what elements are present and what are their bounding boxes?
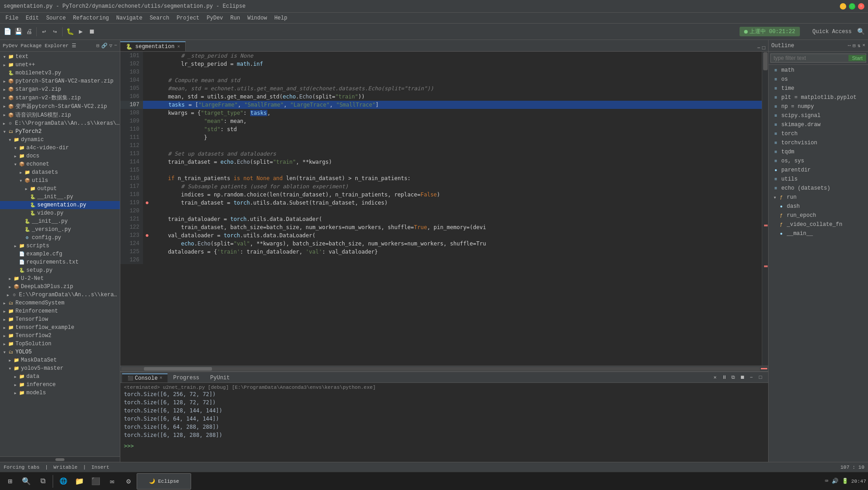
editor-maximize-btn[interactable]: □: [762, 45, 765, 51]
menu-help[interactable]: Help: [271, 14, 291, 22]
toolbar-debug-btn[interactable]: 🐛: [64, 26, 75, 37]
tree-item-segmentation[interactable]: 🐍 segmentation.py: [0, 201, 120, 209]
tree-item-starganv2[interactable]: ▶ 📦 stargan-v2.zip: [0, 85, 120, 93]
tree-item-models[interactable]: ▶ 📁 models: [0, 389, 120, 397]
taskbar-terminal-btn[interactable]: ⬛: [88, 473, 104, 490]
tree-item-config[interactable]: ⚙ config.py: [0, 234, 120, 242]
tree-item-scripts[interactable]: ▶ 📁 scripts: [0, 242, 120, 250]
tree-item-sys-pytorch[interactable]: ▶ ⚙ E:\\ProgramData\\An...s\\keras\\pyth…: [0, 291, 120, 299]
minimize-panel-btn[interactable]: −: [114, 43, 117, 49]
taskbar-mail-btn[interactable]: ✉: [104, 473, 120, 490]
tree-item-stargan-data[interactable]: ▶ 📦 stargan-v2-数据集.zip: [0, 93, 120, 102]
taskbar-task-view-btn[interactable]: ⧉: [35, 473, 51, 490]
tree-item-tensorflow[interactable]: ▶ 📁 Tensorflow: [0, 315, 120, 323]
toolbar-search-btn[interactable]: 🔍: [855, 26, 866, 37]
tree-item-output[interactable]: ▶ 📁 output: [0, 185, 120, 193]
panel-menu-btn[interactable]: ▽: [109, 43, 113, 49]
console-stop-btn[interactable]: ⏹: [738, 373, 746, 382]
console-tab-close[interactable]: ×: [159, 376, 162, 381]
menu-edit[interactable]: Edit: [22, 14, 43, 22]
menu-file[interactable]: File: [2, 14, 22, 22]
outline-collapse-btn[interactable]: ⊟: [853, 43, 856, 49]
tree-item-init-echonet[interactable]: 🐍 __init__.py: [0, 217, 120, 225]
tree-item-setup[interactable]: 🐍 setup.py: [0, 266, 120, 274]
tree-item-tf2[interactable]: ▶ 📁 Tensorflow2: [0, 332, 120, 340]
vscroll-thumb[interactable]: [763, 52, 768, 70]
outline-item-ossys[interactable]: ≡ os, sys: [769, 157, 868, 166]
console-maximize-btn[interactable]: □: [756, 373, 764, 382]
h-scrollbar[interactable]: [120, 366, 768, 371]
maximize-button[interactable]: □: [849, 3, 855, 10]
tree-item-top[interactable]: ▶ 📁 TopSolution: [0, 340, 120, 348]
code-content[interactable]: 101 # _step_period is None 102 lr_step_p…: [120, 52, 762, 366]
bottom-tab-console[interactable]: ⬛ Console ×: [122, 373, 168, 382]
tree-item-dynamic[interactable]: ▼ 📁 dynamic: [0, 136, 120, 144]
tree-item-version[interactable]: 🐍 _version_.py: [0, 225, 120, 234]
console-clear-btn[interactable]: ✕: [711, 373, 719, 382]
code-editor[interactable]: 101 # _step_period is None 102 lr_step_p…: [120, 52, 768, 366]
toolbar-stop-btn[interactable]: ⏹: [86, 26, 97, 37]
outline-item-run-epoch[interactable]: ƒ run_epoch: [769, 211, 868, 220]
toolbar-run-btn[interactable]: ▶: [75, 26, 86, 37]
tree-item-echonet[interactable]: ▼ 📦 echonet: [0, 160, 120, 168]
outline-item-plt[interactable]: ≡ plt = matplotlib.pyplot: [769, 93, 868, 102]
tree-item-biansheng[interactable]: ▶ 📦 变声器pytorch-StarGAN-VC2.zip: [0, 102, 120, 111]
menu-search[interactable]: Search: [146, 14, 173, 22]
menu-project[interactable]: Project: [173, 14, 203, 22]
toolbar-new-btn[interactable]: 📄: [2, 26, 13, 37]
outline-item-run[interactable]: ▼ ƒ run: [769, 193, 868, 202]
tree-item-pytorch2[interactable]: ▼ 🗂 PyTorch2: [0, 127, 120, 136]
taskbar-edge-btn[interactable]: 🌐: [55, 473, 71, 490]
bottom-tab-progress[interactable]: Progress: [168, 373, 205, 382]
minimize-button[interactable]: −: [840, 3, 846, 10]
taskbar-search-btn[interactable]: 🔍: [18, 473, 35, 490]
taskbar-settings-btn[interactable]: ⚙: [120, 473, 137, 490]
taskbar-eclipse-btn[interactable]: 🌙 Eclipse: [137, 473, 191, 490]
menu-run[interactable]: Run: [227, 14, 244, 22]
tree-item-video[interactable]: 🐍 video.py: [0, 209, 120, 217]
editor-tab-segmentation[interactable]: 🐍 segmentation ×: [120, 41, 186, 51]
bottom-tab-pyunit[interactable]: PyUnit: [205, 373, 235, 382]
outline-item-skimage[interactable]: ≡ skimage.draw: [769, 120, 868, 129]
tree-item-init-utils[interactable]: 🐍 __init__.py: [0, 193, 120, 201]
tree-item-examplecfg[interactable]: 📄 example.cfg: [0, 250, 120, 258]
taskbar-explorer-btn[interactable]: 📁: [71, 473, 88, 490]
tree-item-sys-keras[interactable]: ▶ ⚙ E:\\ProgramData\\An...s\\keras\\pyth…: [0, 119, 120, 127]
outline-item-parentdir[interactable]: ● parentdir: [769, 166, 868, 175]
tree-item-inference[interactable]: ▶ 📁 inference: [0, 381, 120, 389]
link-with-editor-btn[interactable]: 🔗: [101, 43, 108, 49]
menu-window[interactable]: Window: [244, 14, 271, 22]
outline-item-tqdm[interactable]: ≡ tqdm: [769, 147, 868, 157]
close-button[interactable]: ×: [858, 3, 864, 10]
outline-item-dash[interactable]: ● dash: [769, 202, 868, 211]
outline-item-math[interactable]: ≡ math: [769, 66, 868, 75]
outline-item-main[interactable]: ● __main__: [769, 229, 868, 238]
tree-item-yuyinLAS[interactable]: ▶ 📦 语音识别LAS模型.zip: [0, 111, 120, 119]
outline-item-time[interactable]: ≡ time: [769, 84, 868, 93]
tree-item-utils[interactable]: ▼ 📦 utils: [0, 176, 120, 185]
h-scroll-thumb[interactable]: [144, 367, 212, 371]
tree-item-deeplab-zip[interactable]: ▶ 📦 DeepLab3Plus.zip: [0, 283, 120, 291]
outline-item-echo[interactable]: ≡ echo (datasets): [769, 184, 868, 193]
tree-item-mask[interactable]: ▶ 📁 MaskDataSet: [0, 356, 120, 364]
tree-item-mobilenet[interactable]: 🐍 mobilenetv3.py: [0, 69, 120, 77]
outline-item-os[interactable]: ≡ os: [769, 75, 868, 84]
console-copy-btn[interactable]: ⧉: [729, 373, 737, 382]
outline-close-btn[interactable]: ×: [862, 43, 865, 49]
toolbar-undo-btn[interactable]: ↩: [39, 26, 49, 37]
tree-item-a4c[interactable]: ▼ 📁 a4c-video-dir: [0, 144, 120, 152]
outline-item-video-collate[interactable]: ƒ _video_collate_fn: [769, 220, 868, 229]
outline-sync-btn[interactable]: ↔: [848, 43, 851, 49]
menu-refactoring[interactable]: Refactoring: [69, 14, 113, 22]
toolbar-redo-btn[interactable]: ↪: [49, 26, 60, 37]
outline-start-btn[interactable]: Start: [848, 55, 866, 61]
menu-source[interactable]: Source: [43, 14, 69, 22]
toolbar-print-btn[interactable]: 🖨: [24, 26, 35, 37]
tree-item-tf-example[interactable]: ▶ 📁 tensorflow_example: [0, 323, 120, 332]
tree-item-unet[interactable]: ▶ 📁 unet++: [0, 61, 120, 69]
tree-item-reinforce[interactable]: ▶ 📁 Reinforcement: [0, 307, 120, 315]
outline-item-torchvision[interactable]: ≡ torchvision: [769, 138, 868, 147]
menu-navigate[interactable]: Navigate: [113, 14, 146, 22]
outline-sort-btn[interactable]: ⇅: [858, 43, 861, 49]
tree-item-u2net[interactable]: ▶ 📁 U-2-Net: [0, 274, 120, 283]
